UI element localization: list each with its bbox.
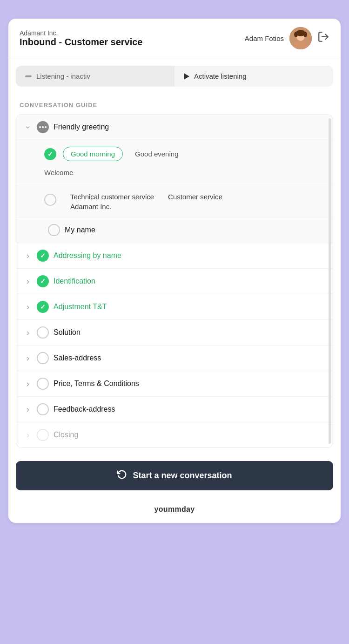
price-terms-label[interactable]: Price, Terms & Conditions bbox=[54, 380, 139, 388]
greeting-options-row: Good morning Good evening Welcome bbox=[16, 140, 333, 186]
guide-title: CONVERSATION GUIDE bbox=[16, 94, 333, 114]
main-card: Adamant Inc. Inbound - Customer service … bbox=[8, 19, 341, 523]
list-item: Sales-address bbox=[16, 346, 333, 371]
friendly-greeting-header[interactable]: Friendly greeting bbox=[16, 115, 333, 140]
list-item: Addressing by name bbox=[16, 243, 333, 269]
status-bar: Listening - inactiv Activate listening bbox=[16, 66, 333, 87]
agent-name: Adam Fotios bbox=[245, 34, 284, 42]
avatar-svg bbox=[289, 27, 312, 49]
feedback-address-label[interactable]: Feedback-address bbox=[54, 405, 115, 414]
footer-brand: yoummday bbox=[8, 496, 341, 523]
list-item: Adjustment T&T bbox=[16, 294, 333, 320]
addressing-by-name-label[interactable]: Addressing by name bbox=[54, 251, 121, 260]
friendly-greeting-label: Friendly greeting bbox=[54, 123, 109, 131]
checked-icon bbox=[37, 301, 49, 313]
header-right: Adam Fotios bbox=[245, 27, 329, 49]
good-evening-option[interactable]: Good evening bbox=[128, 147, 186, 161]
chevron-down-icon[interactable] bbox=[24, 123, 32, 131]
solution-label[interactable]: Solution bbox=[54, 328, 81, 337]
good-morning-option[interactable]: Good morning bbox=[63, 147, 123, 161]
greeting-check-icon bbox=[44, 148, 56, 160]
radio-icon bbox=[37, 429, 49, 441]
my-name-radio[interactable] bbox=[48, 224, 60, 236]
refresh-icon bbox=[117, 469, 127, 482]
radio-icon bbox=[37, 352, 49, 364]
list-item: Feedback-address bbox=[16, 397, 333, 422]
chevron-right-icon[interactable] bbox=[24, 251, 32, 260]
list-item: Closing bbox=[16, 422, 333, 447]
list-item: Solution bbox=[16, 320, 333, 346]
chevron-right-icon[interactable] bbox=[24, 328, 32, 337]
my-name-label: My name bbox=[65, 226, 95, 234]
radio-icon bbox=[37, 378, 49, 390]
inactive-dot bbox=[25, 75, 32, 77]
start-btn-wrap: Start a new conversation bbox=[8, 455, 341, 496]
radio-icon bbox=[37, 403, 49, 415]
company-name: Adamant Inc. bbox=[20, 29, 143, 37]
adamant-option[interactable]: Adamant Inc. bbox=[70, 203, 222, 210]
inactive-label: Listening - inactiv bbox=[36, 72, 90, 80]
header: Adamant Inc. Inbound - Customer service … bbox=[8, 19, 341, 58]
service-options-list: Technical customer service Customer serv… bbox=[70, 193, 222, 210]
list-item: Identification bbox=[16, 269, 333, 294]
activate-label: Activate listening bbox=[194, 72, 247, 80]
identification-label[interactable]: Identification bbox=[54, 277, 95, 285]
queue-name: Inbound - Customer service bbox=[20, 37, 143, 47]
chevron-right-icon[interactable] bbox=[24, 354, 32, 362]
chevron-right-icon[interactable] bbox=[24, 277, 32, 285]
conversation-guide-section: CONVERSATION GUIDE Friendly greeting bbox=[8, 94, 341, 455]
checked-icon bbox=[37, 250, 49, 262]
avatar bbox=[289, 27, 312, 49]
checked-icon bbox=[37, 275, 49, 287]
technical-service-option[interactable]: Technical customer service bbox=[70, 193, 154, 201]
list-item: Price, Terms & Conditions bbox=[16, 371, 333, 397]
chevron-right-icon[interactable] bbox=[24, 303, 32, 311]
avatar-image bbox=[289, 27, 312, 49]
service-options-row: Technical customer service Customer serv… bbox=[16, 186, 333, 217]
start-btn-label: Start a new conversation bbox=[133, 471, 232, 481]
play-icon bbox=[184, 73, 189, 80]
start-conversation-button[interactable]: Start a new conversation bbox=[16, 461, 333, 490]
svg-point-5 bbox=[303, 32, 307, 37]
listening-inactive: Listening - inactiv bbox=[16, 66, 174, 87]
radio-icon bbox=[37, 326, 49, 339]
chevron-right-icon[interactable] bbox=[24, 405, 32, 414]
adjustment-label[interactable]: Adjustment T&T bbox=[54, 303, 107, 311]
chevron-right-icon[interactable] bbox=[24, 380, 32, 388]
device-frame: Adamant Inc. Inbound - Customer service … bbox=[0, 9, 349, 644]
customer-service-option[interactable]: Customer service bbox=[168, 193, 222, 201]
my-name-row: My name bbox=[16, 217, 333, 243]
logout-icon[interactable] bbox=[317, 31, 329, 46]
guide-list: Friendly greeting Good morning Good even… bbox=[16, 114, 333, 448]
sales-address-label[interactable]: Sales-address bbox=[54, 354, 101, 362]
friendly-greeting-group: Friendly greeting Good morning Good even… bbox=[16, 115, 333, 243]
service-radio[interactable] bbox=[44, 194, 56, 206]
svg-point-4 bbox=[294, 32, 298, 37]
activate-listening-button[interactable]: Activate listening bbox=[174, 66, 333, 87]
welcome-option[interactable]: Welcome bbox=[44, 166, 305, 179]
dots-status-icon bbox=[37, 121, 49, 133]
chevron-right-icon[interactable] bbox=[24, 431, 32, 439]
header-left: Adamant Inc. Inbound - Customer service bbox=[20, 29, 143, 47]
closing-label[interactable]: Closing bbox=[54, 431, 78, 439]
